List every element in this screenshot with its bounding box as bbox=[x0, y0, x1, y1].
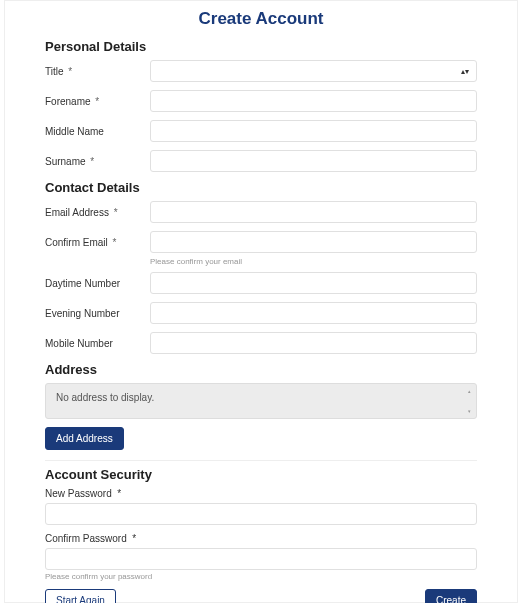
required-mark: * bbox=[132, 533, 136, 544]
new-password-input[interactable] bbox=[45, 503, 477, 525]
group-new-password: New Password * bbox=[45, 488, 477, 525]
forename-input[interactable] bbox=[150, 90, 477, 112]
required-mark: * bbox=[113, 237, 117, 248]
confirm-email-help: Please confirm your email bbox=[150, 257, 477, 266]
row-title: Title * ▴▾ bbox=[45, 60, 477, 82]
label-mobile: Mobile Number bbox=[45, 338, 150, 349]
row-email: Email Address * bbox=[45, 201, 477, 223]
confirm-password-help: Please confirm your password bbox=[45, 572, 477, 581]
confirm-password-input[interactable] bbox=[45, 548, 477, 570]
email-input[interactable] bbox=[150, 201, 477, 223]
row-confirm-email: Confirm Email * bbox=[45, 231, 477, 253]
label-middle-text: Middle Name bbox=[45, 126, 104, 137]
label-title: Title * bbox=[45, 66, 150, 77]
label-daytime-text: Daytime Number bbox=[45, 278, 120, 289]
label-evening-text: Evening Number bbox=[45, 308, 119, 319]
create-account-form: Create Account Personal Details Title * … bbox=[4, 0, 518, 603]
label-title-text: Title bbox=[45, 66, 64, 77]
evening-number-input[interactable] bbox=[150, 302, 477, 324]
label-confirm-email: Confirm Email * bbox=[45, 237, 150, 248]
label-forename-text: Forename bbox=[45, 96, 91, 107]
start-again-button[interactable]: Start Again bbox=[45, 589, 116, 603]
page-title: Create Account bbox=[45, 9, 477, 29]
label-email: Email Address * bbox=[45, 207, 150, 218]
label-mobile-text: Mobile Number bbox=[45, 338, 113, 349]
label-new-password: New Password * bbox=[45, 488, 477, 499]
address-empty-text: No address to display. bbox=[56, 392, 154, 403]
required-mark: * bbox=[68, 66, 72, 77]
label-evening: Evening Number bbox=[45, 308, 150, 319]
row-daytime: Daytime Number bbox=[45, 272, 477, 294]
daytime-number-input[interactable] bbox=[150, 272, 477, 294]
label-forename: Forename * bbox=[45, 96, 150, 107]
row-surname: Surname * bbox=[45, 150, 477, 172]
required-mark: * bbox=[95, 96, 99, 107]
add-address-button[interactable]: Add Address bbox=[45, 427, 124, 450]
section-personal-heading: Personal Details bbox=[45, 39, 477, 54]
divider bbox=[45, 460, 477, 461]
resize-handle-icon[interactable]: ▴▾ bbox=[468, 388, 474, 414]
surname-input[interactable] bbox=[150, 150, 477, 172]
confirm-email-input[interactable] bbox=[150, 231, 477, 253]
title-select-wrapper: ▴▾ bbox=[150, 60, 477, 82]
row-mobile: Mobile Number bbox=[45, 332, 477, 354]
required-mark: * bbox=[114, 207, 118, 218]
address-display-box: No address to display. ▴▾ bbox=[45, 383, 477, 419]
label-middle: Middle Name bbox=[45, 126, 150, 137]
label-confirm-password-text: Confirm Password bbox=[45, 533, 127, 544]
footer-buttons: Start Again Create bbox=[45, 589, 477, 603]
label-confirm-email-text: Confirm Email bbox=[45, 237, 108, 248]
required-mark: * bbox=[117, 488, 121, 499]
label-daytime: Daytime Number bbox=[45, 278, 150, 289]
middle-name-input[interactable] bbox=[150, 120, 477, 142]
title-select[interactable] bbox=[150, 60, 477, 82]
add-address-wrap: Add Address bbox=[45, 427, 477, 450]
group-confirm-password: Confirm Password * Please confirm your p… bbox=[45, 533, 477, 581]
row-forename: Forename * bbox=[45, 90, 477, 112]
label-confirm-password: Confirm Password * bbox=[45, 533, 477, 544]
row-evening: Evening Number bbox=[45, 302, 477, 324]
section-security-heading: Account Security bbox=[45, 467, 477, 482]
label-surname-text: Surname bbox=[45, 156, 86, 167]
section-contact-heading: Contact Details bbox=[45, 180, 477, 195]
create-button[interactable]: Create bbox=[425, 589, 477, 603]
label-email-text: Email Address bbox=[45, 207, 109, 218]
section-address-heading: Address bbox=[45, 362, 477, 377]
mobile-number-input[interactable] bbox=[150, 332, 477, 354]
required-mark: * bbox=[90, 156, 94, 167]
row-middle: Middle Name bbox=[45, 120, 477, 142]
label-new-password-text: New Password bbox=[45, 488, 112, 499]
label-surname: Surname * bbox=[45, 156, 150, 167]
